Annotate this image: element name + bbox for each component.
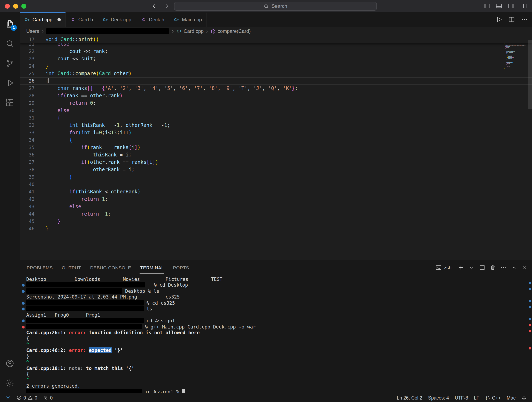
activity-bar-item-run-debug[interactable] <box>0 73 20 93</box>
cpp-file-icon: C+ <box>24 18 30 22</box>
code-editor[interactable]: 17void Card::print() 21 else22 cout << r… <box>20 36 532 260</box>
command-decoration-blue-dot[interactable] <box>22 284 25 287</box>
status-item-encoding[interactable]: UTF-8 <box>452 393 471 402</box>
trash-icon[interactable] <box>490 264 496 271</box>
line-number: 22 <box>20 48 34 55</box>
chevron-down-icon[interactable] <box>468 264 475 271</box>
code-line[interactable]: 38 otherRank = i; <box>20 166 532 173</box>
panel-tab-output[interactable]: OUTPUT <box>61 261 82 274</box>
code-line[interactable]: 26{ <box>20 77 532 85</box>
activity-bar-item-settings[interactable] <box>0 373 20 393</box>
status-item-notifications-bell[interactable] <box>519 393 530 402</box>
split-icon[interactable] <box>479 264 485 271</box>
code-line[interactable]: 29 return 0; <box>20 99 532 107</box>
command-decoration-blue-dot[interactable] <box>22 319 25 322</box>
panel-tab-terminal[interactable]: TERMINAL <box>140 261 165 274</box>
breadcrumb-redacted-path[interactable] <box>46 28 169 34</box>
code-line[interactable]: 34 { <box>20 136 532 144</box>
status-item-eol[interactable]: LF <box>471 393 482 402</box>
minimap-line <box>504 55 527 55</box>
layout-grid-icon[interactable] <box>520 2 527 9</box>
code-text: int Card::compare(Card other) <box>45 70 132 77</box>
code-line[interactable]: 32 int thisRank = -1, otherRank = -1; <box>20 121 532 129</box>
tab-deck-cpp[interactable]: C+Deck.cpp <box>98 12 136 27</box>
code-line[interactable]: 41 if(thisRank < otherRank) <box>20 188 532 195</box>
navigate-forward-icon[interactable] <box>163 3 170 9</box>
code-line[interactable]: 30 else <box>20 107 532 114</box>
breadcrumb-item-compare-card[interactable]: compare(Card) <box>211 28 251 34</box>
code-line[interactable]: 31 { <box>20 114 532 121</box>
activity-bar-item-account[interactable] <box>0 354 20 373</box>
command-decoration-blue-dot[interactable] <box>22 290 25 293</box>
status-item-problems-status[interactable]: 00 <box>13 393 40 402</box>
activity-bar-item-search[interactable] <box>0 34 20 53</box>
minimap-line <box>504 44 527 44</box>
plus-icon[interactable] <box>458 264 464 271</box>
code-line[interactable]: 43 else <box>20 203 532 210</box>
panel-tab-ports[interactable]: PORTS <box>173 261 190 274</box>
line-number: 38 <box>20 166 34 173</box>
status-item-mac-indicator[interactable]: Mac <box>504 393 519 402</box>
chevron-up-icon[interactable] <box>511 264 517 271</box>
line-number: 33 <box>20 129 34 136</box>
minimize-window-button[interactable] <box>13 4 18 9</box>
code-line[interactable]: 40 <box>20 181 532 188</box>
command-decoration-red-dot[interactable] <box>22 325 25 328</box>
code-line[interactable]: 42 return 1; <box>20 195 532 203</box>
code-text: { <box>45 77 49 85</box>
status-item-ports-status[interactable]: 0 <box>40 393 56 402</box>
code-line[interactable]: 44 return -1; <box>20 210 532 218</box>
code-line[interactable]: 25int Card::compare(Card other) <box>20 70 532 77</box>
modified-indicator-dot[interactable] <box>57 18 61 21</box>
activity-bar: 1 <box>0 12 20 393</box>
code-line[interactable]: 27 char ranks[] = {'A', '2', '3', '4', '… <box>20 85 532 92</box>
panel-tab-debug-console[interactable]: DEBUG CONSOLE <box>90 261 132 274</box>
code-line[interactable]: 37 if(other.rank == ranks[i]) <box>20 159 532 166</box>
command-decoration-blue-dot[interactable] <box>22 307 25 310</box>
code-line[interactable]: 28 if(rank == other.rank) <box>20 92 532 99</box>
tab-card-h[interactable]: CCard.h <box>65 12 98 27</box>
status-item-language-mode[interactable]: {}C++ <box>482 393 504 402</box>
layout-bottom-icon[interactable] <box>495 2 502 9</box>
activity-bar-item-explorer[interactable]: 1 <box>0 14 20 34</box>
code-line[interactable]: 35 if(rank == ranks[i]) <box>20 144 532 151</box>
breadcrumb[interactable]: UsersC+Card.cppcompare(Card) <box>20 27 532 36</box>
tab-deck-h[interactable]: CDeck.h <box>136 12 169 27</box>
terminal-shell-tab[interactable]: zsh <box>436 264 451 271</box>
code-line[interactable]: 46} <box>20 225 532 232</box>
zoom-window-button[interactable] <box>21 4 26 9</box>
more-icon[interactable] <box>500 264 507 271</box>
activity-bar-item-source-control[interactable] <box>0 53 20 73</box>
status-item-indentation[interactable]: Spaces: 4 <box>425 393 452 402</box>
close-window-button[interactable] <box>5 4 10 9</box>
activity-bar-item-extensions[interactable] <box>0 93 20 113</box>
terminal-line: ^ <box>26 377 532 383</box>
panel-tab-problems[interactable]: PROBLEMS <box>26 261 53 274</box>
code-line[interactable]: 22 cout << rank; <box>20 48 532 55</box>
layout-left-icon[interactable] <box>483 2 490 9</box>
editor-more-actions-button[interactable] <box>521 16 528 23</box>
code-text: return 1; <box>45 195 108 203</box>
code-line[interactable]: 39 } <box>20 173 532 181</box>
status-item-cursor-position[interactable]: Ln 26, Col 2 <box>394 393 425 402</box>
command-center-search[interactable]: Search <box>174 2 377 11</box>
split-editor-button[interactable] <box>508 16 515 23</box>
code-line[interactable]: 36 thisRank = i; <box>20 151 532 159</box>
run-file-button[interactable] <box>495 16 502 23</box>
breadcrumb-item-card-cpp[interactable]: C+Card.cpp <box>176 28 204 34</box>
layout-right-icon[interactable] <box>508 2 515 9</box>
sticky-scroll-line[interactable]: 17void Card::print() <box>20 36 532 43</box>
status-item-remote-indicator[interactable] <box>2 393 13 402</box>
breadcrumb-item-users[interactable]: Users <box>26 28 39 34</box>
code-line[interactable]: 24} <box>20 62 532 70</box>
tab-main-cpp[interactable]: C+Main.cpp <box>169 12 207 27</box>
terminal-content[interactable]: Desktop Downloads Movies Pictures TEST ~… <box>20 275 532 393</box>
code-line[interactable]: 23 cout << suit; <box>20 55 532 62</box>
code-line[interactable]: 45 } <box>20 218 532 225</box>
tab-card-cpp[interactable]: C+Card.cpp <box>20 12 65 27</box>
editor-scrollbar[interactable] <box>528 40 532 109</box>
close-icon[interactable] <box>522 264 528 271</box>
code-line[interactable]: 33 for(int i=0;i<13;i++) <box>20 129 532 136</box>
navigate-back-icon[interactable] <box>151 3 158 9</box>
command-decoration-blue-dot[interactable] <box>22 302 25 305</box>
